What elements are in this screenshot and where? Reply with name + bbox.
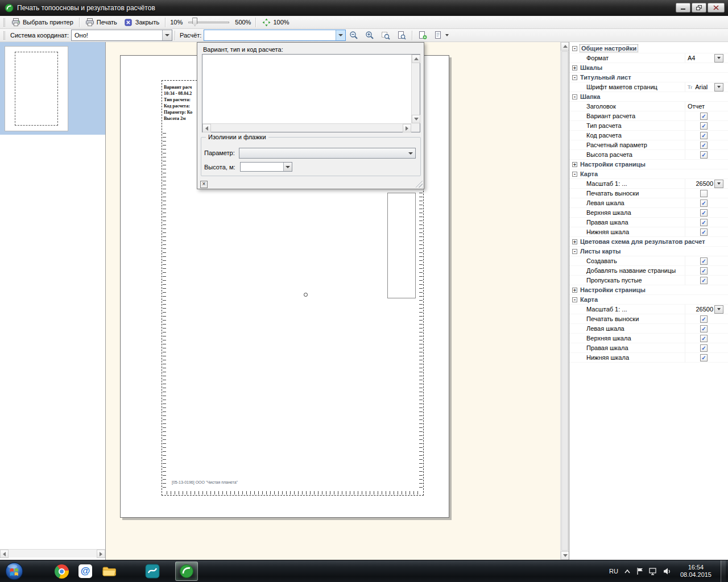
- zoom-slider[interactable]: [188, 17, 229, 27]
- property-item-row[interactable]: Масштаб 1: ...26500: [569, 179, 728, 189]
- property-category-row[interactable]: -Титульный лист: [569, 73, 728, 82]
- taskbar-button-app1[interactable]: [141, 562, 164, 581]
- collapse-icon[interactable]: -: [572, 94, 577, 99]
- collapse-icon[interactable]: -: [572, 297, 577, 302]
- property-item-row[interactable]: Расчетный параметр✓: [569, 140, 728, 150]
- collapse-icon[interactable]: -: [572, 172, 577, 177]
- scroll-down-button[interactable]: [561, 551, 569, 560]
- property-item-row[interactable]: Левая шкала✓: [569, 324, 728, 334]
- property-item-row[interactable]: ЗаголовокОтчет: [569, 102, 728, 111]
- expand-icon[interactable]: +: [572, 239, 577, 244]
- checkbox-checked[interactable]: ✓: [700, 199, 708, 207]
- calculation-listbox[interactable]: [202, 54, 420, 132]
- taskbar-button-chrome[interactable]: [50, 562, 73, 581]
- zoom-region-button[interactable]: [378, 30, 394, 41]
- scroll-up-button[interactable]: [412, 55, 420, 63]
- property-item-row[interactable]: Верхняя шкала✓: [569, 208, 728, 218]
- minimize-button[interactable]: [676, 3, 690, 13]
- action-center-flag-icon[interactable]: [636, 567, 643, 575]
- toolbar-grip[interactable]: [3, 31, 5, 40]
- network-icon[interactable]: [649, 568, 657, 575]
- checkbox-checked[interactable]: ✓: [700, 228, 708, 236]
- page-thumbnail[interactable]: [5, 46, 68, 131]
- show-hidden-icons-chevron[interactable]: [624, 568, 631, 574]
- property-item-row[interactable]: Код расчета✓: [569, 131, 728, 140]
- checkbox-checked[interactable]: ✓: [700, 344, 708, 352]
- close-preview-button[interactable]: Закрыть: [121, 16, 163, 28]
- maximize-button[interactable]: [692, 3, 706, 13]
- property-category-row[interactable]: -Листы карты: [569, 247, 728, 256]
- fit-page-button[interactable]: [394, 30, 410, 41]
- property-item-row[interactable]: Пропускать пустые✓: [569, 276, 728, 285]
- property-item-row[interactable]: Правая шкала✓: [569, 218, 728, 227]
- scroll-right-button[interactable]: [97, 550, 105, 558]
- property-item-row[interactable]: ФорматA4: [569, 53, 728, 63]
- property-category-row[interactable]: +Цветовая схема для результатов расчет: [569, 237, 728, 247]
- dropdown-button[interactable]: [714, 83, 723, 92]
- height-dropdown-button[interactable]: [283, 163, 292, 171]
- thumbnail-horizontal-scrollbar[interactable]: [0, 549, 105, 558]
- coord-dropdown-button[interactable]: [162, 30, 172, 40]
- language-indicator[interactable]: RU: [609, 568, 618, 575]
- checkbox-checked[interactable]: ✓: [700, 267, 708, 275]
- popup-close-button[interactable]: ×: [200, 181, 208, 188]
- property-category-row[interactable]: -Шапка: [569, 92, 728, 102]
- close-button[interactable]: [708, 3, 725, 13]
- property-category-row[interactable]: -Общие настройки: [569, 44, 728, 53]
- show-desktop-button[interactable]: [721, 560, 726, 582]
- scrollbar-thumb[interactable]: [561, 51, 568, 551]
- property-item-row[interactable]: Вариант расчета✓: [569, 111, 728, 121]
- popup-resize-grip[interactable]: [415, 180, 423, 188]
- height-combobox[interactable]: [240, 162, 292, 172]
- property-category-row[interactable]: +Шкалы: [569, 63, 728, 73]
- checkbox-checked[interactable]: ✓: [700, 113, 708, 120]
- checkbox-checked[interactable]: ✓: [700, 209, 708, 217]
- calculation-combobox[interactable]: [204, 30, 346, 41]
- zoom-slider-thumb[interactable]: [192, 18, 197, 26]
- property-item-row[interactable]: Добавлять название страницы✓: [569, 266, 728, 276]
- start-button[interactable]: [5, 562, 24, 581]
- collapse-icon[interactable]: -: [572, 75, 577, 80]
- property-item-row[interactable]: Правая шкала✓: [569, 343, 728, 353]
- volume-icon[interactable]: [663, 568, 671, 575]
- preview-vertical-scrollbar[interactable]: [560, 42, 569, 560]
- checkbox-checked[interactable]: ✓: [700, 142, 708, 149]
- expand-icon[interactable]: +: [572, 288, 577, 293]
- checkbox-checked[interactable]: ✓: [700, 354, 708, 361]
- expand-icon[interactable]: +: [572, 65, 577, 70]
- page-options-button[interactable]: [431, 30, 452, 41]
- property-item-row[interactable]: Создавать✓: [569, 256, 728, 266]
- property-category-row[interactable]: +Настройки страницы: [569, 160, 728, 169]
- dropdown-button[interactable]: [714, 305, 723, 314]
- checkbox-checked[interactable]: ✓: [700, 315, 708, 323]
- property-item-row[interactable]: Масштаб 1: ...26500: [569, 305, 728, 314]
- taskbar-button-mail[interactable]: @: [74, 562, 97, 581]
- checkbox-checked[interactable]: ✓: [700, 335, 708, 342]
- property-item-row[interactable]: Печатать выноски✓: [569, 314, 728, 324]
- coord-system-combobox[interactable]: Оно!: [71, 30, 172, 41]
- taskbar-button-explorer[interactable]: [98, 562, 121, 581]
- property-item-row[interactable]: Верхняя шкала✓: [569, 334, 728, 343]
- property-item-row[interactable]: Высота расчета✓: [569, 150, 728, 160]
- zoom-out-button[interactable]: [346, 30, 362, 41]
- checkbox-unchecked[interactable]: [700, 190, 708, 197]
- property-category-row[interactable]: +Настройки страницы: [569, 285, 728, 295]
- select-printer-button[interactable]: Выбрать принтер: [8, 16, 77, 28]
- listbox-vertical-scrollbar[interactable]: [411, 55, 420, 123]
- toolbar-grip[interactable]: [3, 18, 5, 27]
- checkbox-checked[interactable]: ✓: [700, 325, 708, 332]
- checkbox-checked[interactable]: ✓: [700, 122, 708, 130]
- checkbox-checked[interactable]: ✓: [700, 257, 708, 265]
- dropdown-button[interactable]: [714, 180, 723, 188]
- checkbox-checked[interactable]: ✓: [700, 132, 708, 139]
- thumbnail-selection[interactable]: [0, 42, 105, 135]
- scroll-left-button[interactable]: [0, 550, 9, 558]
- property-item-row[interactable]: Печатать выноски: [569, 189, 728, 198]
- taskbar-button-print-app[interactable]: [175, 562, 198, 581]
- print-button[interactable]: Печать: [82, 16, 121, 28]
- checkbox-checked[interactable]: ✓: [700, 151, 708, 159]
- listbox-horizontal-scrollbar[interactable]: [202, 123, 411, 132]
- property-item-row[interactable]: Нижняя шкала✓: [569, 353, 728, 363]
- property-item-row[interactable]: Тип расчета✓: [569, 121, 728, 131]
- scroll-right-button[interactable]: [403, 124, 411, 132]
